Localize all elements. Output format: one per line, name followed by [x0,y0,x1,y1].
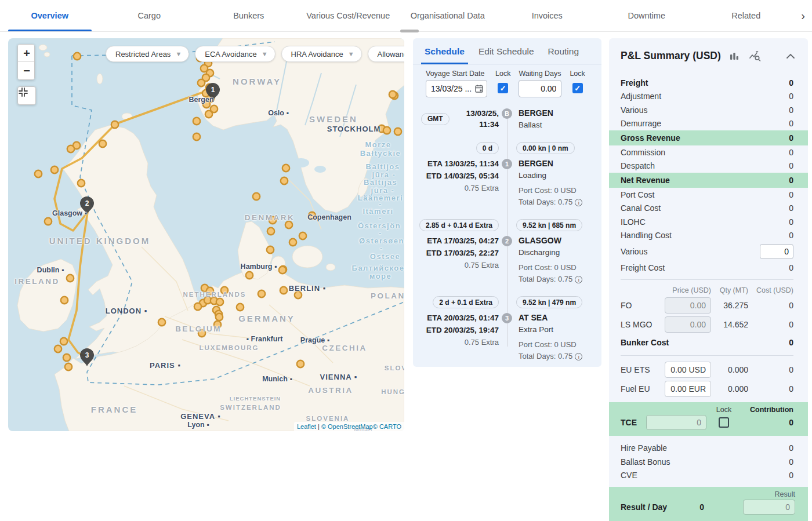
info-icon[interactable] [575,353,582,360]
port-marker[interactable] [99,140,106,147]
osm-link[interactable]: © OpenStreetMap [321,423,373,430]
port-marker[interactable] [258,290,265,297]
port-marker[interactable] [111,121,118,128]
analytics-search-icon[interactable] [749,50,762,62]
port-marker[interactable] [193,118,200,125]
port-marker[interactable] [206,287,213,294]
port-marker[interactable] [61,297,68,304]
tab-overview[interactable]: Overview [0,0,100,31]
filter-allowance[interactable]: Allowance ▼ [368,46,404,62]
timeline-stop-discharging[interactable]: ETA 17/03/25, 04:27 ETD 17/03/25, 22:27 … [421,235,597,285]
waiting-days-input[interactable] [519,80,561,97]
port-marker[interactable] [74,53,81,60]
carto-link[interactable]: © CARTO [373,423,401,430]
map-canvas[interactable]: 123 [8,38,404,431]
chevron-right-icon[interactable]: › [798,0,809,32]
port-marker[interactable] [51,166,58,173]
calendar-icon[interactable] [474,84,484,96]
filter-eca-avoidance[interactable]: ECA Avoidance ▼ [195,46,275,62]
zoom-in-button[interactable]: + [18,45,35,62]
port-marker[interactable] [237,304,244,311]
port-marker[interactable] [389,91,396,98]
fuel-eu-input[interactable] [665,381,711,397]
bar-chart-icon[interactable] [729,50,740,62]
port-marker[interactable] [289,239,296,246]
port-marker[interactable] [280,287,287,294]
voyage-start-lock-checkbox[interactable]: ✓ [498,83,508,93]
eu-ets-input[interactable] [665,362,711,378]
port-marker[interactable] [221,287,228,294]
collapse-panel-chevron-icon[interactable] [786,52,795,61]
port-marker[interactable] [299,232,306,239]
stop-time: 13/03/25, 11:34 [451,108,499,130]
tab-invoices[interactable]: Invoices [498,0,597,31]
port-marker[interactable] [203,101,210,108]
port-marker[interactable] [45,218,52,225]
port-marker[interactable] [55,345,61,352]
timeline-stop-ballast[interactable]: GMT13/03/25, 11:34 B BERGEN Ballast [421,108,597,130]
tab-bunkers[interactable]: Bunkers [199,0,299,31]
filter-hra-avoidance[interactable]: HRA Avoidance ▼ [281,46,362,62]
leaflet-link[interactable]: Leaflet [297,423,316,430]
tce-lock-checkbox[interactable]: ✓ [719,417,729,428]
port-marker[interactable] [78,180,85,187]
pnl-row-handling-cost: Handling Cost0 [609,229,808,243]
stop-port: BERGEN [519,108,597,119]
filter-restricted-areas[interactable]: Restricted Areas ▼ [106,46,189,62]
port-marker[interactable] [35,170,42,177]
port-marker[interactable] [194,303,201,310]
info-icon[interactable] [575,199,582,206]
tab-related[interactable]: Related [697,0,796,31]
tab-cargo[interactable]: Cargo [100,0,200,31]
map-collapse-button[interactable] [17,86,36,105]
tab-routing[interactable]: Routing [548,38,579,64]
port-marker[interactable] [216,314,223,320]
port-marker[interactable] [309,212,316,219]
port-marker[interactable] [67,275,74,282]
tab-scrollbar[interactable] [400,30,419,32]
tab-various-cost-revenue[interactable]: Various Cost/Revenue [299,0,398,31]
result-section: Result Result / Day 0 [609,487,808,521]
port-marker[interactable] [214,321,221,328]
port-marker[interactable] [279,267,286,274]
port-marker[interactable] [267,228,274,235]
port-marker[interactable] [67,145,74,152]
tab-schedule[interactable]: Schedule [425,38,465,64]
port-marker[interactable] [216,298,223,305]
land-ireland [17,259,77,331]
waiting-days-lock-checkbox[interactable]: ✓ [572,83,583,93]
tab-downtime[interactable]: Downtime [597,0,697,31]
port-marker[interactable] [253,193,260,200]
port-marker[interactable] [205,111,212,118]
timeline-stop-loading[interactable]: ETA 13/03/25, 11:34 ETD 14/03/25, 05:34 … [421,158,597,207]
port-marker[interactable] [282,165,289,172]
port-marker[interactable] [285,221,292,228]
schedule-panel: Schedule Edit Schedule Routing Voyage St… [413,38,601,367]
port-marker[interactable] [295,292,302,298]
zoom-out-button[interactable]: − [18,62,35,79]
tab-organisational-data[interactable]: Organisational Data [398,0,498,31]
voyage-map[interactable]: 123 NORWAYSWEDENDENMARKUNITED KINGDOMIRE… [8,38,404,431]
port-marker[interactable] [60,338,67,345]
port-marker[interactable] [297,360,304,367]
chevron-down-icon: ▼ [175,50,182,57]
result-per-day-value: 0 [699,502,704,512]
leg-duration-badge: 2 d + 0.1 d Extra [433,296,499,308]
timeline-stop-extra-port[interactable]: ETA 20/03/25, 01:47 ETD 20/03/25, 19:47 … [421,312,597,362]
waiting-days-lock-label: Lock [570,70,585,78]
port-marker[interactable] [281,177,288,184]
port-marker[interactable] [394,128,401,135]
port-marker[interactable] [158,319,165,326]
tab-edit-schedule[interactable]: Edit Schedule [478,38,534,64]
info-icon[interactable] [575,276,582,283]
port-marker[interactable] [383,127,390,134]
port-marker[interactable] [193,133,200,140]
port-marker[interactable] [198,330,205,337]
port-marker[interactable] [246,272,253,279]
various-cost-input[interactable] [760,244,793,259]
port-marker[interactable] [65,363,72,370]
port-marker[interactable] [267,246,274,253]
port-marker[interactable] [269,217,276,224]
port-marker[interactable] [63,354,70,361]
port-marker[interactable] [198,79,205,86]
